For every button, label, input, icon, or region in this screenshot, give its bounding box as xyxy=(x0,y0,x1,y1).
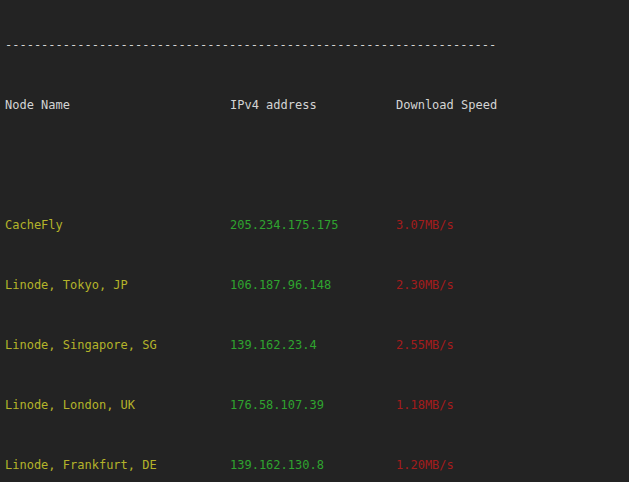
ipv4-address-cell: 205.234.175.175 xyxy=(230,218,396,233)
speedtest-table-row: Linode, Tokyo, JP106.187.96.1482.30MB/s xyxy=(5,278,629,293)
column-header-ipv4-address: IPv4 address xyxy=(230,98,396,113)
download-speed-cell: 2.30MB/s xyxy=(396,278,454,292)
terminal-screen[interactable]: ----------------------------------------… xyxy=(0,0,629,482)
node-name-cell: CacheFly xyxy=(5,218,230,233)
column-header-node-name: Node Name xyxy=(5,98,230,113)
ipv4-address-cell: 139.162.23.4 xyxy=(230,338,396,353)
speedtest-table-row: Linode, Frankfurt, DE139.162.130.81.20MB… xyxy=(5,458,629,473)
speedtest-rows: CacheFly205.234.175.1753.07MB/s Linode, … xyxy=(5,158,629,482)
download-speed-cell: 2.55MB/s xyxy=(396,338,454,352)
speedtest-table-row: Linode, London, UK176.58.107.391.18MB/s xyxy=(5,398,629,413)
speedtest-table-row: Linode, Singapore, SG139.162.23.42.55MB/… xyxy=(5,338,629,353)
ipv4-address-cell: 106.187.96.148 xyxy=(230,278,396,293)
download-speed-cell: 3.07MB/s xyxy=(396,218,454,232)
table-top-separator: ----------------------------------------… xyxy=(5,38,629,53)
download-speed-cell: 1.18MB/s xyxy=(396,398,454,412)
table-header-row: Node NameIPv4 addressDownload Speed xyxy=(5,98,629,113)
node-name-cell: Linode, London, UK xyxy=(5,398,230,413)
download-speed-cell: 1.20MB/s xyxy=(396,458,454,472)
speedtest-table-row: CacheFly205.234.175.1753.07MB/s xyxy=(5,218,629,233)
ipv4-address-cell: 176.58.107.39 xyxy=(230,398,396,413)
node-name-cell: Linode, Frankfurt, DE xyxy=(5,458,230,473)
column-header-download-speed: Download Speed xyxy=(396,98,497,112)
node-name-cell: Linode, Singapore, SG xyxy=(5,338,230,353)
node-name-cell: Linode, Tokyo, JP xyxy=(5,278,230,293)
terminal-output: ----------------------------------------… xyxy=(5,0,629,482)
ipv4-address-cell: 139.162.130.8 xyxy=(230,458,396,473)
